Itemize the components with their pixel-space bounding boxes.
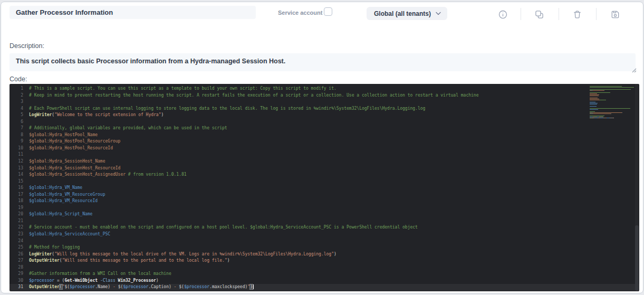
code-line[interactable]: 17$global:Hydra_VM_ResourceGroup [9, 192, 639, 198]
page: { "header": { "title_value": "Gather Pro… [0, 0, 644, 295]
code-line[interactable]: 25# Method for logging [9, 244, 639, 251]
code-line[interactable]: 14$global:Hydra_SessionHost_AssignedUser… [9, 172, 639, 178]
code-line[interactable]: 31OutputWriter("$($processor.Name) - $($… [9, 284, 639, 291]
code-line[interactable]: 26LogWriter("Will log this message to th… [9, 251, 639, 258]
code-lines: 1# This is a sample script. You can use … [9, 85, 639, 291]
code-line[interactable]: 24 [9, 238, 639, 245]
chevron-down-icon [436, 12, 441, 15]
copy-icon [535, 10, 544, 19]
info-button[interactable] [498, 9, 507, 19]
code-label: Code: [9, 75, 27, 83]
delete-button[interactable] [572, 9, 582, 19]
code-line[interactable]: 18$global:Hydra_VM_ResourceId [9, 198, 639, 205]
tenant-scope-value: Global (all tenants) [374, 10, 436, 17]
service-account-checkbox[interactable] [324, 7, 332, 16]
save-icon [611, 10, 620, 19]
code-line[interactable]: 23$global:Hydra_ServiceAccount_PSC [9, 231, 639, 238]
minimap[interactable] [590, 86, 634, 119]
code-line[interactable]: 11 [9, 151, 639, 158]
toolbar-divider [596, 8, 597, 20]
info-icon [498, 10, 507, 19]
code-line[interactable]: 9$global:Hydra_HostPool_ResourceGroup [9, 138, 639, 145]
description-textarea[interactable]: This script collects basic Processor inf… [9, 53, 636, 71]
resize-handle-icon[interactable] [631, 65, 637, 71]
code-line[interactable]: 16$global:Hydra_VM_Name [9, 185, 639, 192]
code-line[interactable]: 5LogWriter("Welcome to the script extens… [9, 112, 639, 119]
code-line[interactable]: 27OutputWriter("Will send this message t… [9, 258, 639, 264]
scrollbar-thumb[interactable] [635, 225, 639, 291]
description-label: Description: [9, 42, 44, 50]
code-line[interactable]: 21 [9, 218, 639, 225]
code-line[interactable]: 30$processor = (Get-WmiObject -Class Win… [9, 278, 639, 284]
code-line[interactable]: 13$global:Hydra_SessionHost_ResourceId [9, 165, 639, 172]
trash-icon [573, 10, 582, 19]
code-line[interactable]: 8$global:Hydra_HostPool_Name [9, 132, 639, 139]
toolbar-divider [521, 8, 521, 20]
copy-button[interactable] [534, 9, 544, 19]
code-line[interactable]: 6 [9, 119, 639, 126]
code-line[interactable]: 20$global:Hydra_Script_Name [9, 211, 639, 218]
tenant-scope-dropdown[interactable]: Global (all tenants) [367, 7, 447, 20]
code-line[interactable]: 12$global:Hydra_SessionHost_Name [9, 158, 639, 165]
script-title-input[interactable] [9, 6, 256, 19]
code-line[interactable]: 22# Service account - must be enabled on… [9, 224, 639, 231]
code-editor[interactable]: 1# This is a sample script. You can use … [9, 84, 639, 291]
code-line[interactable]: 15 [9, 178, 639, 185]
toolbar-divider [559, 8, 559, 20]
code-line[interactable]: 19 [9, 205, 639, 212]
code-line[interactable]: 7# Additionally, global variables are pr… [9, 125, 639, 132]
save-button[interactable] [610, 9, 620, 19]
code-line[interactable]: 2# Keep in mind to prevent restarting th… [9, 92, 639, 99]
code-line[interactable]: 4# Each PowerShell script can use intern… [9, 106, 639, 112]
code-line[interactable]: 1# This is a sample script. You can use … [9, 85, 639, 92]
code-line[interactable]: 3 [9, 99, 639, 106]
code-line[interactable]: 29#Gather information from a WMI Call on… [9, 271, 639, 278]
code-line[interactable]: 28 [9, 264, 639, 271]
code-line[interactable]: 10$global:Hydra_HostPool_ResourceId [9, 145, 639, 152]
service-account-label: Service account [278, 9, 322, 16]
